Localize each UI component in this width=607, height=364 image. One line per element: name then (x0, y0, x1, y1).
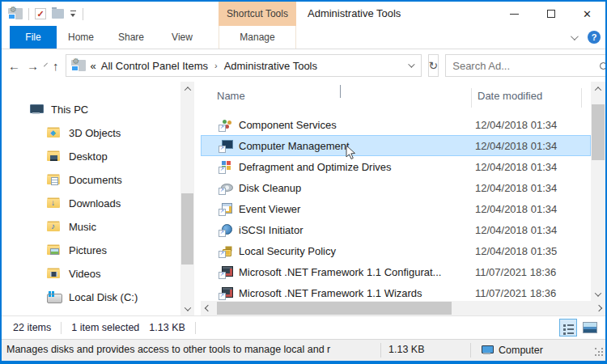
search-input[interactable] (452, 60, 595, 72)
maximize-button[interactable] (533, 2, 569, 26)
main-content: This PC 3D Objects Desktop Documents Dow… (2, 82, 605, 315)
file-row-iscsi-initiator[interactable]: iSCSI Initiator 12/04/2018 01:34 (201, 219, 591, 240)
folder-icon[interactable] (52, 9, 64, 19)
sidebar-item-icon (47, 268, 62, 280)
sidebar-item-icon (47, 291, 62, 303)
file-icon (219, 244, 233, 257)
file-icon (219, 265, 233, 278)
column-header-date-modified[interactable]: Date modified (478, 90, 542, 102)
scroll-up-icon[interactable] (591, 82, 605, 95)
search-box[interactable] (445, 54, 607, 77)
column-divider[interactable] (471, 88, 472, 108)
explorer-window: ✓ Shortcut Tools Administrative Tools ✕ … (0, 0, 607, 364)
sidebar-item-icon (47, 174, 62, 186)
file-icon (219, 202, 233, 215)
sidebar-item-3d-objects[interactable]: 3D Objects (2, 121, 180, 145)
scroll-down-icon[interactable] (180, 302, 194, 315)
resize-grip[interactable] (595, 349, 603, 358)
file-icon (219, 139, 233, 152)
computer-icon (481, 345, 494, 356)
scroll-down-icon[interactable] (591, 287, 605, 301)
divider (195, 322, 196, 334)
sort-ascending-icon[interactable] (340, 85, 341, 97)
sidebar-item-documents[interactable]: Documents (2, 168, 180, 192)
navigation-pane: This PC 3D Objects Desktop Documents Dow… (2, 82, 180, 315)
file-row-computer-management[interactable]: Computer Management 12/04/2018 01:34 (201, 135, 591, 156)
window-title: Administrative Tools (308, 2, 401, 26)
file-row-local-security-policy[interactable]: Local Security Policy 12/04/2018 01:35 (201, 240, 591, 261)
sidebar-item-pictures[interactable]: Pictures (2, 239, 180, 262)
sidebar-scrollbar[interactable] (180, 82, 194, 315)
scroll-up-icon[interactable] (180, 82, 194, 95)
search-icon[interactable] (600, 62, 607, 70)
breadcrumb-crumb[interactable]: Administrative Tools (224, 60, 317, 72)
file-row-microsoft-net-framework-1-1-configurat[interactable]: Microsoft .NET Framework 1.1 Configurat.… (201, 261, 591, 282)
back-icon[interactable]: ← (8, 59, 20, 73)
divider (28, 8, 29, 20)
location-label: Computer (499, 345, 543, 356)
large-icons-view-icon[interactable] (581, 319, 599, 336)
file-row-defragment-and-optimize-drives[interactable]: Defragment and Optimize Drives 12/04/201… (201, 156, 591, 177)
quick-access-toolbar: ✓ (8, 2, 83, 26)
file-date-modified: 12/04/2018 01:34 (475, 224, 557, 236)
ribbon-tabs: FileHomeShareViewManage (2, 26, 605, 49)
recent-locations-chevron-icon[interactable] (44, 62, 48, 66)
breadcrumb-overflow[interactable]: « (91, 60, 96, 72)
details-view-icon[interactable] (559, 319, 577, 336)
system-folder-gears-icon[interactable] (8, 8, 23, 19)
tab-manage[interactable]: Manage (219, 26, 296, 49)
divider (83, 8, 83, 20)
tab-file[interactable]: File (10, 26, 57, 49)
file-icon (219, 286, 233, 299)
forward-icon[interactable]: → (27, 59, 39, 73)
tab-home[interactable]: Home (57, 26, 105, 49)
sidebar-item-label: Music (69, 221, 96, 233)
column-header-name[interactable]: Name (217, 90, 245, 102)
scrollbar-thumb[interactable] (181, 193, 193, 265)
sidebar-item-label: 3D Objects (69, 127, 121, 139)
sidebar-item-label: Local Disk (C:) (69, 291, 138, 303)
breadcrumb-crumb[interactable]: All Control Panel Items (101, 60, 208, 72)
sidebar-item-icon (47, 150, 62, 163)
file-row-event-viewer[interactable]: Event Viewer 12/04/2018 01:34 (201, 198, 591, 219)
customize-dropdown-icon[interactable] (70, 11, 77, 18)
address-dropdown-chevron-icon[interactable] (408, 61, 414, 67)
file-row-microsoft-net-framework-1-1-wizards[interactable]: Microsoft .NET Framework 1.1 Wizards 11/… (201, 282, 591, 301)
item-size: 1.13 KB (381, 340, 470, 361)
minimize-button[interactable] (496, 2, 533, 26)
sidebar-item-downloads[interactable]: Downloads (2, 192, 180, 215)
sidebar-item-icon (29, 104, 44, 116)
sidebar-item-local-disk-c[interactable]: Local Disk (C:) (2, 286, 180, 309)
sidebar-item-icon (47, 197, 62, 210)
column-divider[interactable] (581, 88, 582, 108)
sidebar-item-this-pc[interactable]: This PC (2, 98, 180, 121)
sidebar-item-label: This PC (51, 104, 88, 116)
sidebar-item-icon (47, 221, 62, 233)
scrollbar-thumb[interactable] (217, 302, 452, 315)
file-row-component-services[interactable]: Component Services 12/04/2018 01:34 (201, 114, 591, 135)
tab-share[interactable]: Share (105, 26, 157, 49)
sidebar-item-desktop[interactable]: Desktop (2, 145, 180, 168)
tab-view[interactable]: View (157, 26, 207, 49)
scrollbar-thumb[interactable] (592, 104, 605, 160)
horizontal-scrollbar[interactable] (201, 301, 605, 315)
file-date-modified: 11/07/2021 18:36 (475, 287, 556, 299)
scroll-left-icon[interactable] (201, 301, 214, 315)
file-date-modified: 12/04/2018 01:35 (475, 245, 557, 257)
file-icon (219, 181, 233, 194)
file-row-disk-cleanup[interactable]: Disk Cleanup 12/04/2018 01:34 (201, 177, 591, 198)
file-list: Name Date modified Component Services 12… (201, 82, 591, 301)
scroll-right-icon[interactable] (592, 301, 605, 315)
up-icon[interactable]: ↑ (53, 59, 59, 73)
expand-ribbon-chevron-icon[interactable] (571, 32, 579, 40)
close-button[interactable]: ✕ (569, 2, 605, 26)
sidebar-item-videos[interactable]: Videos (2, 262, 180, 286)
vertical-scrollbar[interactable] (591, 82, 605, 301)
address-box[interactable]: « All Control Panel Items › Administrati… (66, 54, 422, 77)
refresh-button[interactable]: ↻ (428, 54, 439, 77)
sidebar-item-music[interactable]: Music (2, 215, 180, 239)
background-status-bar: Manages disks and provides access to oth… (2, 339, 605, 361)
help-icon[interactable]: ? (588, 31, 601, 44)
view-buttons (559, 319, 599, 336)
red-check-icon[interactable]: ✓ (35, 8, 46, 19)
